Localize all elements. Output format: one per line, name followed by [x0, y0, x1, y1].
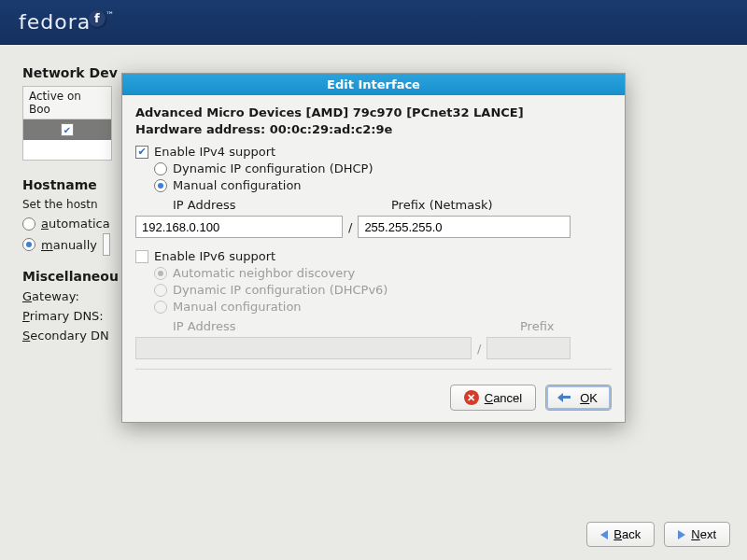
ipv6-manual-label: Manual configuration	[173, 300, 302, 314]
ipv4-prefix-input[interactable]	[358, 216, 571, 238]
checkbox-icon: ✔	[135, 146, 148, 159]
radio-icon	[154, 179, 167, 192]
device-name: Advanced Micro Devices [AMD] 79c970 [PCn…	[135, 105, 612, 121]
trademark-icon: ™	[106, 10, 115, 20]
ipv4-ip-input[interactable]	[135, 216, 343, 238]
ipv6-auto-option: Automatic neighbor discovery	[154, 266, 612, 280]
network-device-table[interactable]: Active on Boo ✔	[22, 86, 112, 161]
radio-icon	[154, 301, 167, 314]
back-label: Back	[613, 527, 641, 541]
ipv6-prefix-input	[486, 337, 571, 359]
radio-icon	[22, 238, 35, 251]
back-button[interactable]: Back	[586, 522, 655, 547]
fedora-logo: fedoraf™	[19, 10, 115, 34]
ipv4-manual-label: Manual configuration	[173, 178, 302, 192]
active-on-boot-checkbox[interactable]: ✔	[61, 123, 74, 136]
radio-icon	[154, 284, 167, 297]
radio-icon	[22, 217, 35, 231]
ipv4-ip-label: IP Address	[173, 198, 391, 212]
ipv4-manual-option[interactable]: Manual configuration	[154, 178, 612, 192]
slash-separator: /	[348, 220, 352, 234]
radio-icon	[154, 162, 167, 175]
next-button[interactable]: Next	[664, 522, 730, 547]
ipv6-prefix-label: Prefix	[520, 319, 555, 333]
enable-ipv4-checkbox[interactable]: ✔ Enable IPv4 support	[135, 145, 612, 159]
hardware-address: Hardware address: 00:0c:29:ad:c2:9e	[135, 121, 612, 138]
hostname-input[interactable]	[103, 233, 110, 256]
ipv6-dhcp-label: Dynamic IP configuration (DHCPv6)	[173, 283, 388, 297]
enable-ipv6-label: Enable IPv6 support	[154, 249, 275, 263]
enable-ipv6-checkbox[interactable]: Enable IPv6 support	[135, 249, 612, 263]
ipv4-prefix-label: Prefix (Netmask)	[391, 198, 493, 212]
ipv6-ip-label: IP Address	[173, 319, 520, 333]
arrow-left-icon	[600, 530, 608, 539]
slash-separator: /	[477, 342, 481, 356]
table-row[interactable]: ✔	[23, 119, 111, 140]
ok-label: OK	[580, 391, 598, 405]
checkbox-icon	[135, 250, 148, 263]
enable-ipv4-label: Enable IPv4 support	[154, 145, 275, 159]
radio-icon	[154, 267, 167, 280]
ok-button[interactable]: OK	[545, 385, 612, 411]
ipv6-manual-option: Manual configuration	[154, 300, 612, 314]
hostname-auto-label: automatica	[41, 217, 110, 231]
ipv6-auto-label: Automatic neighbor discovery	[173, 266, 355, 280]
ipv6-dhcp-option: Dynamic IP configuration (DHCPv6)	[154, 283, 612, 297]
cancel-icon: ✕	[464, 390, 479, 405]
hostname-manual-label: manually	[41, 238, 97, 252]
table-header-active-on-boot[interactable]: Active on Boo	[23, 87, 111, 119]
dialog-title: Edit Interface	[122, 74, 625, 95]
fedora-f-icon: f	[89, 10, 106, 27]
cancel-label: Cancel	[485, 391, 522, 405]
ipv4-dhcp-option[interactable]: Dynamic IP configuration (DHCP)	[154, 161, 612, 175]
cancel-button[interactable]: ✕ Cancel	[450, 385, 536, 411]
edit-interface-dialog: Edit Interface Advanced Micro Devices [A…	[121, 73, 626, 423]
divider	[135, 369, 612, 370]
ipv4-dhcp-label: Dynamic IP configuration (DHCP)	[173, 161, 373, 175]
wizard-nav: Back Next	[586, 522, 730, 547]
next-label: Next	[691, 527, 716, 541]
ipv6-ip-input	[135, 337, 472, 359]
logo-text: fedora	[19, 10, 91, 34]
top-bar: fedoraf™	[0, 0, 747, 45]
ok-icon	[559, 392, 574, 403]
arrow-right-icon	[678, 530, 685, 539]
